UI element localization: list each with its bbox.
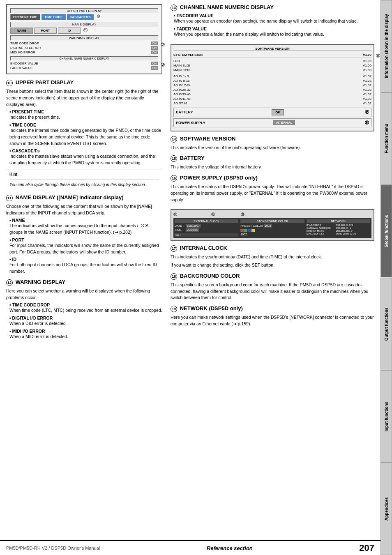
section-19-number: 19 [171,306,177,312]
background-color-section: BACKGROUND COLOR PRESET COLOR 100Z 100Z [240,219,304,237]
internal-clock-title: EXTERNAL CLOCK [175,219,238,223]
id-btn[interactable]: ID [58,28,81,34]
section-13-number: 13 [171,5,177,11]
mac-label: MAC ADDRESS [307,233,335,235]
ad1-label: AD IN 1- 0 [173,74,189,78]
encoder-text: When you operate an encoder (pan setting… [174,18,374,25]
cascade-text: Indicates the master/slave status when u… [9,153,162,166]
bullet-digital-io-prefix: • [9,315,12,320]
warning-item-2-value[interactable]: ON [151,46,159,50]
preset-value: 100Z [264,224,272,228]
warning-item-3-label: MIDI I/O ERROR [10,51,35,54]
name-buttons-row: NAME PORT ID ⑪ [10,28,158,34]
section-15-title: BATTERY [180,155,205,161]
warning-row-2: DIGITAL I/O ERROR ON [10,46,158,50]
warning-item-1-value[interactable]: ON [151,41,159,45]
section-12-number: 12 [6,279,13,286]
fader-label: FADER VALUE [177,26,207,31]
color-sq-green[interactable] [244,229,247,232]
tab-global-functions[interactable]: Global functions [380,185,392,277]
color-sq-blue[interactable] [248,229,251,232]
tab-input-functions[interactable]: Input functions [380,370,392,463]
background-color-title: BACKGROUND COLOR [240,219,304,223]
color-squares [240,229,304,232]
power-supply-value: INTERNAL [273,120,295,125]
mac-row: MAC ADDRESS 00 00 00 00 00 00 [307,233,370,235]
bullet-name-prefix: • [9,218,12,223]
section-11-number: 11 [6,195,13,201]
left-column: UPPER PART DISPLAY PRESENT TIME TIME COD… [6,4,162,342]
gw-label: GATEWAY ADDRESS [307,227,335,229]
power-supply-row: POWER SUPPLY INTERNAL ⑯ [173,118,371,127]
sw-version-header: SOFTWARE VERSION [173,47,371,51]
cascade-btn[interactable]: CASCADE/Fs [67,14,94,20]
warning-label: WARNING DISPLAY [10,35,158,40]
tab-information[interactable]: Information shown in the display [380,0,392,92]
sw-item-ad3: AD IN17-24 V1.02 [173,83,371,88]
date-value: 5/25/2007 [186,224,201,228]
warning-item-1-label: TIME CODE DROP [10,41,39,45]
callout-19-top: ⑲ [241,212,244,217]
reference-section: Reference section [207,545,253,551]
main-elgi-value: V1.00 [363,64,371,67]
channel-item-2-value[interactable]: ON [151,66,159,70]
section-11-heading: 11 NAME DISPLAY ([NAME] indicator displa… [6,194,162,201]
date-row: DATE 5/25/2007 [175,224,238,228]
tab-appendices[interactable]: Appendices [380,463,392,555]
section-11-title: NAME DISPLAY ([NAME] indicator display) [16,194,124,200]
battery-ok-btn[interactable]: OK [272,109,284,115]
section-14-number: 14 [171,136,177,143]
section-17-sub: If you want to change the setting, click… [171,262,374,269]
sidebar-tabs: Information shown in the display Functio… [380,0,392,555]
time-code-btn[interactable]: TIME CODE [42,14,65,20]
ad3-value: V1.02 [363,83,371,87]
ip-label: IP ADDRESS [307,224,335,226]
id-text-s11: For both input channels and DCA groups, … [9,262,162,275]
time-drop-label: TIME CODE DROP [12,302,50,307]
preset-label: PRESET COLOR [240,224,263,227]
section-15-heading: 15 BATTERY [171,155,374,162]
present-time-btn[interactable]: PRESENT TIME [10,14,40,20]
name-btn[interactable]: NAME [10,28,33,34]
section-19-title: NETWORK (DSP5D only) [180,305,243,311]
ad5-label: AD IN33-40 [173,92,191,96]
ad4-value: V1.02 [363,88,371,92]
color-sq-yellow[interactable] [251,229,255,232]
section-13-title: CHANNEL NAME NUMERIC DISPLAY [180,4,274,10]
main-cpri-label: MAIN CPRI [173,68,190,72]
channel-name-label: CHANNEL NAME NUMERIC DISPLAY [10,56,158,60]
ip-row: IP ADDRESS 192.168. 0 .129 [307,224,370,226]
sw-version-display: SOFTWARE VERSION SYSTEM VERSION V1.00 LC… [171,44,374,131]
channel-item-1-value[interactable]: ON [151,62,159,65]
display-image-top: UPPER PART DISPLAY PRESENT TIME TIME COD… [6,4,162,74]
section-18-number: 18 [171,273,177,280]
channel-item-2-label: FADER VALUE [10,66,33,70]
section-14-title: SOFTWARE VERSION [180,136,236,142]
section-15-text: This indicates the voltage of the intern… [171,164,374,170]
bullet-encoder-prefix: • [174,13,177,18]
section-17-heading: 17 INTERNAL CLOCK [171,245,374,252]
subnet-row: SUBNET MASK 255.255.255. 0 [307,230,370,232]
warning-item-3-value[interactable]: ON [151,51,159,54]
upper-part-label: UPPER PART DISPLAY [10,8,158,13]
section-19-text: Here you can make network settings used … [171,314,374,327]
color-sq-red[interactable] [240,229,244,232]
cascade-label: CASCADE/Fs [12,148,40,153]
bullet-time-code-prefix: • [9,122,12,127]
tab-information-label: Information shown in the display [384,14,389,78]
power-supply-label: POWER SUPPLY [176,121,205,125]
lcd-value: V1.00 [363,59,371,63]
tab-output-functions[interactable]: Output functions [380,278,392,370]
callout-15: ⑮ [365,109,369,115]
sw-item-ad1: AD IN 1- 0 V1.02 [173,74,371,78]
hint-box-10: Hint You can also cycle through these ch… [6,170,162,190]
name-text-s11: The indicators will show the names assig… [9,223,162,236]
bullet-fader-value: • FADER VALUE When you operate a fader, … [171,26,374,38]
preset-row: PRESET COLOR 100Z [240,224,304,228]
battery-row: BATTERY OK ⑮ [173,108,371,117]
ad7-label: AD ST.IN [173,101,187,105]
set-btn[interactable]: SET [175,233,238,237]
section-12-intro: Here you can select whether a warning wi… [6,288,162,301]
port-btn[interactable]: PORT [34,28,57,34]
tab-function-menu[interactable]: Function menu [380,92,392,185]
